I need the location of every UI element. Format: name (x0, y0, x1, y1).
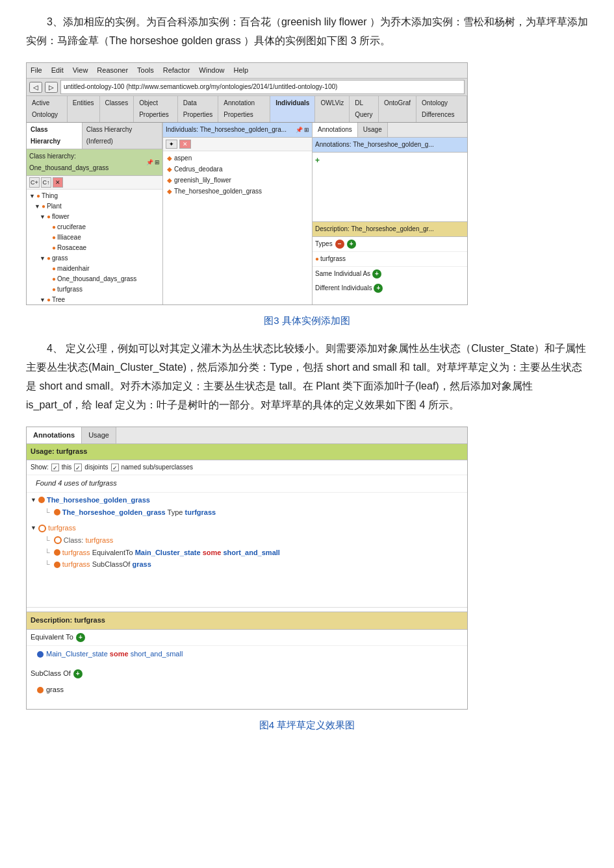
delete-class-icon[interactable]: ✕ (53, 177, 63, 188)
fig4-bottom-padding (27, 699, 467, 709)
class-turfgrass-icon (54, 536, 62, 544)
main-tabs: Active Ontology Entities Classes Object … (27, 96, 467, 123)
cedrus-label: Cedrus_deodara (174, 164, 223, 175)
menu-window[interactable]: Window (199, 64, 224, 77)
types-dot: ● (315, 253, 319, 265)
fig4-desc-header: Description: turfgrass (27, 612, 467, 630)
tab-active-ontology[interactable]: Active Ontology (27, 96, 68, 122)
class-turfgrass-text: Class: turfgrass (64, 534, 113, 547)
menu-refactor[interactable]: Refactor (163, 64, 190, 77)
individuals-header-text: Individuals: The_horseshoe_golden_gra... (166, 124, 287, 136)
header-controls: 📌 ⊞ (296, 125, 309, 135)
tree-cruciferae: ● cruciferae (29, 222, 160, 232)
turfgrass-tree-item: ▼ turfgrass (31, 522, 463, 534)
add-sibling-icon[interactable]: C↑ (41, 177, 51, 188)
tab-individuals[interactable]: Individuals (270, 96, 315, 122)
cedrus-dot: ◆ (167, 164, 172, 175)
add-subclass-icon[interactable]: C+ (29, 177, 40, 188)
subclass-orange-dot (37, 687, 44, 693)
tab-entities[interactable]: Entities (68, 96, 100, 122)
expand-grass[interactable]: ▼ (40, 254, 45, 263)
turfgrass-dot: ● (52, 284, 56, 295)
menu-view[interactable]: View (73, 64, 88, 77)
subclass-plus-btn[interactable]: + (73, 669, 83, 678)
expand-thing[interactable]: ▼ (29, 192, 35, 201)
tab-fig4-annotations[interactable]: Annotations (27, 427, 82, 444)
forward-button[interactable]: ▷ (45, 82, 58, 93)
annotations-body: + (313, 153, 467, 169)
fig4-spacer (27, 572, 467, 604)
add-individual-button[interactable]: ✦ (166, 140, 177, 149)
checkbox-this[interactable]: ✓ (51, 464, 59, 471)
diff-plus[interactable]: + (374, 284, 383, 293)
types-row: Types − + (313, 237, 467, 252)
tree-illiaceae: ● Illiaceae (29, 232, 160, 243)
class-turfgrass-item: └ Class: turfgrass (31, 534, 463, 547)
individual-horseshoe: ◆ The_horseshoe_golden_grass (167, 186, 308, 197)
individuals-toolbar: ✦ ✕ (163, 138, 312, 151)
expand-flower[interactable]: ▼ (40, 212, 45, 221)
tree-thousand-days: ● One_thousand_days_grass (29, 274, 160, 284)
tree-dot: ● (47, 295, 51, 304)
annotations-header: Annotations: The_horseshoe_golden_g... (313, 138, 467, 153)
horseshoe-expand[interactable]: ▼ (31, 495, 36, 505)
equiv-plus-btn[interactable]: + (76, 633, 85, 642)
checkbox-disjoints[interactable]: ✓ (74, 464, 82, 471)
thing-dot: ● (36, 191, 40, 201)
expand-tree[interactable]: ▼ (40, 295, 45, 304)
turfgrass-expand[interactable]: ▼ (31, 523, 36, 533)
subclass-text: turfgrass SubClassOf grass (62, 558, 151, 571)
types-plus[interactable]: + (347, 240, 356, 249)
types-minus[interactable]: − (335, 240, 344, 249)
tab-data-properties[interactable]: Data Properties (178, 96, 219, 122)
tab-dl-query[interactable]: DL Query (350, 96, 379, 122)
same-plus[interactable]: + (372, 269, 381, 279)
checkbox-named[interactable]: ✓ (111, 464, 119, 471)
illiaceae-dot: ● (52, 232, 56, 243)
horseshoe-tree-item: ▼ The_horseshoe_golden_grass (31, 494, 463, 506)
turfgrass-tree-label: turfgrass (48, 522, 76, 534)
menu-help[interactable]: Help (233, 64, 248, 77)
equiv-label-row: Equivalent To + (27, 630, 467, 646)
tab-classes[interactable]: Classes (100, 96, 134, 122)
tab-fig4-usage[interactable]: Usage (82, 427, 116, 444)
tab-annotations[interactable]: Annotations (313, 123, 358, 137)
menu-reasoner[interactable]: Reasoner (97, 64, 128, 77)
delete-individual-button[interactable]: ✕ (179, 140, 191, 149)
individuals-list: ◆ aspen ◆ Cedrus_deodara ◆ greenish_lily… (163, 151, 312, 198)
fig4-tabs: Annotations Usage (27, 427, 467, 445)
horseshoe-dot: ◆ (167, 186, 172, 197)
menu-edit[interactable]: Edit (51, 64, 64, 77)
pin-icon: 📌 (146, 157, 153, 167)
annotations-tabs: Annotations Usage (313, 123, 467, 138)
class-tree: ▼ ● Thing ▼ ● Plant ▼ ● flower ● cr (27, 190, 162, 304)
tab-class-hierarchy-inferred[interactable]: Class Hierarchy (Inferred) (83, 123, 162, 149)
usage-header: Usage: turfgrass (27, 444, 467, 460)
tab-object-properties[interactable]: Object Properties (134, 96, 178, 122)
equiv-text: turfgrass EquivalentTo Main_Cluster_stat… (62, 547, 280, 559)
tab-ontology-differences[interactable]: Ontology Differences (416, 96, 467, 122)
menu-tools[interactable]: Tools (137, 64, 154, 77)
tab-annotation-properties[interactable]: Annotation Properties (218, 96, 270, 122)
back-button[interactable]: ◁ (29, 82, 42, 93)
lily-label: greenish_lily_flower (174, 175, 231, 186)
horseshoe-ind-label: The_horseshoe_golden_grass (47, 494, 150, 506)
tab-usage[interactable]: Usage (358, 123, 388, 137)
lily-dot: ◆ (167, 175, 172, 186)
tab-ontograf[interactable]: OntoGraf (379, 96, 416, 122)
annotations-plus[interactable]: + (315, 156, 320, 165)
tab-class-hierarchy[interactable]: Class Hierarchy (27, 123, 83, 149)
horseshoe-type-dash: └ (45, 506, 50, 519)
subclass-label-row: SubClass Of + (27, 666, 467, 682)
plant-label: Plant (47, 201, 62, 212)
aspen-label: aspen (174, 153, 192, 164)
tab-owlviz[interactable]: OWLViz (315, 96, 350, 122)
tree-thing: ▼ ● Thing (29, 191, 160, 201)
expand-plant[interactable]: ▼ (34, 202, 40, 211)
desc-header-text: Description: The_horseshoe_golden_gr... (315, 225, 434, 232)
subclass-value-row: grass (27, 682, 467, 699)
class-toolbar: C+ C↑ ✕ (27, 176, 162, 190)
subclass-value: grass (46, 684, 64, 697)
menu-file[interactable]: File (31, 64, 42, 77)
maidenhair-label: maidenhair (57, 264, 89, 274)
